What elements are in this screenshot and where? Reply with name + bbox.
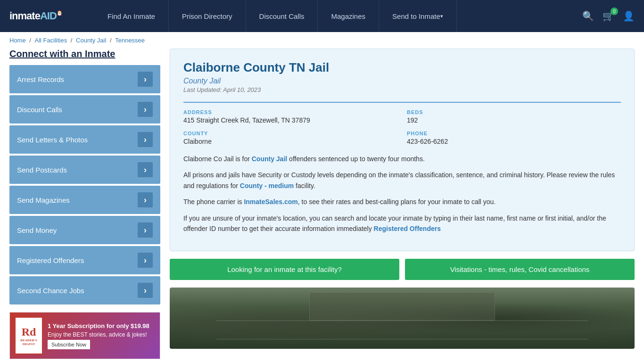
breadcrumb-all-facilities[interactable]: All Facilities xyxy=(35,37,67,44)
ad-banner[interactable]: Rd READER'SDIGEST 1 Year Subscription fo… xyxy=(9,312,160,359)
facility-name: Claiborne County TN Jail xyxy=(183,60,621,75)
facility-aerial-image xyxy=(170,288,635,349)
address-value: 415 Straight Creek Rd, Tazewell, TN 3787… xyxy=(183,116,397,124)
description-para-2: All prisons and jails have Security or C… xyxy=(183,170,621,191)
link-county-medium[interactable]: County - medium xyxy=(240,182,294,189)
ad-logo-text: Rd xyxy=(22,326,36,338)
beds-label: BEDS xyxy=(407,109,621,115)
county-label: COUNTY xyxy=(183,131,397,136)
sidebar-label-discount-calls: Discount Calls xyxy=(17,106,62,114)
nav-find-inmate[interactable]: Find An Inmate xyxy=(94,0,169,32)
sidebar-label-send-postcards: Send Postcards xyxy=(17,166,67,174)
nav-discount-calls[interactable]: Discount Calls xyxy=(246,0,318,32)
phone-value: 423-626-6262 xyxy=(407,138,621,145)
sidebar-label-send-money: Send Money xyxy=(17,226,57,234)
building-shape xyxy=(309,292,495,321)
sidebar-label-registered-offenders: Registered Offenders xyxy=(17,256,84,264)
ad-description: Enjoy the BEST stories, advice & jokes! xyxy=(48,331,149,338)
parking-lines xyxy=(216,321,588,339)
arrow-icon-discount-calls: › xyxy=(138,102,153,117)
sidebar-label-second-chance-jobs: Second Chance Jobs xyxy=(17,287,84,295)
breadcrumb-sep-1: / xyxy=(29,37,33,44)
logo[interactable]: inmateAID🎅 xyxy=(9,10,80,22)
sidebar-item-send-magazines[interactable]: Send Magazines › xyxy=(9,186,160,214)
breadcrumb-home[interactable]: Home xyxy=(9,37,26,44)
county-value: Claiborne xyxy=(183,138,397,145)
looking-for-inmate-button[interactable]: Looking for an inmate at this facility? xyxy=(170,259,399,280)
link-county-jail[interactable]: County Jail xyxy=(252,155,287,163)
sidebar-item-discount-calls[interactable]: Discount Calls › xyxy=(9,95,160,123)
facility-card: Claiborne County TN Jail County Jail Las… xyxy=(170,49,635,251)
cart-badge: 0 xyxy=(611,8,618,15)
phone-section: PHONE 423-626-6262 xyxy=(407,131,621,145)
ad-content: 1 Year Subscription for only $19.98 Enjo… xyxy=(48,322,149,349)
arrow-icon-registered-offenders: › xyxy=(138,253,153,268)
facility-details: ADDRESS 415 Straight Creek Rd, Tazewell,… xyxy=(183,102,621,145)
address-section: ADDRESS 415 Straight Creek Rd, Tazewell,… xyxy=(183,109,397,124)
description-para-4: If you are unsure of your inmate's locat… xyxy=(183,213,621,234)
phone-label: PHONE xyxy=(407,131,621,136)
arrow-icon-send-letters: › xyxy=(138,132,153,147)
action-buttons: Looking for an inmate at this facility? … xyxy=(170,259,635,280)
breadcrumb-state[interactable]: Tennessee xyxy=(115,37,145,44)
sidebar-title: Connect with an Inmate xyxy=(9,49,160,59)
ad-subscribe-button[interactable]: Subscribe Now xyxy=(48,340,90,349)
main-container: Connect with an Inmate Arrest Records › … xyxy=(0,49,644,362)
header-icons: 🔍 🛒 0 👤 xyxy=(582,10,635,22)
ad-logo: Rd READER'SDIGEST xyxy=(15,317,43,354)
arrow-icon-send-money: › xyxy=(138,222,153,238)
breadcrumb: Home / All Facilities / County Jail / Te… xyxy=(0,32,644,49)
sidebar-label-send-letters: Send Letters & Photos xyxy=(17,136,88,144)
description-para-1: Claiborne Co Jail is for County Jail off… xyxy=(183,154,621,164)
breadcrumb-sep-3: / xyxy=(110,37,113,44)
search-icon[interactable]: 🔍 xyxy=(582,10,594,22)
nav-send-to-inmate[interactable]: Send to Inmate xyxy=(379,0,457,32)
cart-icon[interactable]: 🛒 0 xyxy=(603,10,614,22)
sidebar: Connect with an Inmate Arrest Records › … xyxy=(9,49,160,359)
link-registered-offenders[interactable]: Registered Offenders xyxy=(374,225,441,232)
sidebar-item-send-money[interactable]: Send Money › xyxy=(9,216,160,244)
arrow-icon-arrest-records: › xyxy=(138,72,153,87)
ad-logo-sub: READER'SDIGEST xyxy=(20,338,37,346)
main-header: inmateAID🎅 Find An Inmate Prison Directo… xyxy=(0,0,644,32)
breadcrumb-sep-2: / xyxy=(71,37,74,44)
sidebar-label-send-magazines: Send Magazines xyxy=(17,196,70,204)
beds-section: BEDS 192 xyxy=(407,109,621,124)
breadcrumb-county-jail[interactable]: County Jail xyxy=(76,37,106,44)
arrow-icon-second-chance-jobs: › xyxy=(138,283,153,298)
beds-value: 192 xyxy=(407,116,621,124)
user-icon[interactable]: 👤 xyxy=(623,10,635,22)
county-section: COUNTY Claiborne xyxy=(183,131,397,145)
sidebar-item-send-postcards[interactable]: Send Postcards › xyxy=(9,156,160,184)
description-para-3: The phone carrier is InmateSales.com, to… xyxy=(183,197,621,207)
main-nav: Find An Inmate Prison Directory Discount… xyxy=(94,0,582,32)
sidebar-item-arrest-records[interactable]: Arrest Records › xyxy=(9,65,160,93)
nav-magazines[interactable]: Magazines xyxy=(318,0,379,32)
facility-last-updated: Last Updated: April 10, 2023 xyxy=(183,86,621,93)
facility-description: Claiborne Co Jail is for County Jail off… xyxy=(183,154,621,234)
address-label: ADDRESS xyxy=(183,109,397,115)
arrow-icon-send-postcards: › xyxy=(138,162,153,177)
sidebar-item-send-letters[interactable]: Send Letters & Photos › xyxy=(9,125,160,154)
sidebar-item-registered-offenders[interactable]: Registered Offenders › xyxy=(9,246,160,274)
sidebar-item-second-chance-jobs[interactable]: Second Chance Jobs › xyxy=(9,276,160,304)
ad-title: 1 Year Subscription for only $19.98 xyxy=(48,322,149,329)
link-inmate-sales[interactable]: InmateSales.com xyxy=(244,198,297,206)
nav-prison-directory[interactable]: Prison Directory xyxy=(169,0,246,32)
content-area: Claiborne County TN Jail County Jail Las… xyxy=(170,49,635,349)
sidebar-label-arrest-records: Arrest Records xyxy=(17,75,64,83)
facility-type: County Jail xyxy=(183,77,621,85)
visitations-button[interactable]: Visitations - times, rules, Covid cancel… xyxy=(405,259,635,280)
arrow-icon-send-magazines: › xyxy=(138,192,153,207)
logo-text: inmateAID🎅 xyxy=(9,10,62,22)
sidebar-menu: Arrest Records › Discount Calls › Send L… xyxy=(9,65,160,304)
